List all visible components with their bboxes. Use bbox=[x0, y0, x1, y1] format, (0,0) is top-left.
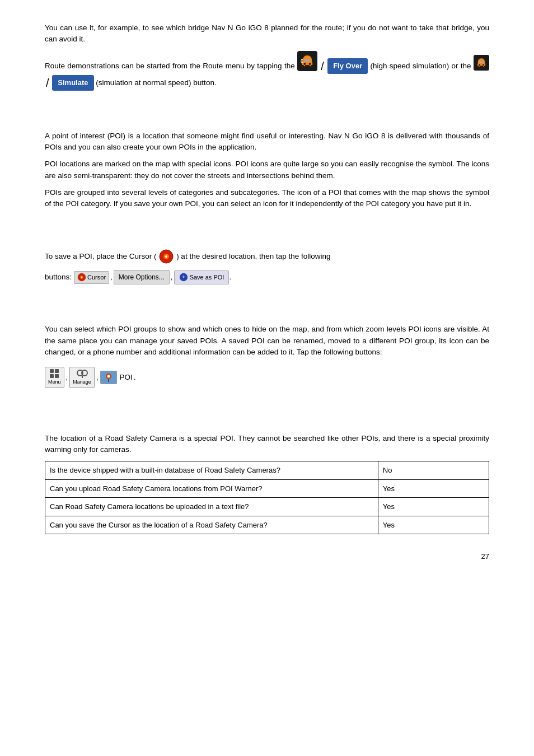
menu-label: Menu bbox=[48, 379, 61, 386]
poi-icon bbox=[104, 372, 114, 382]
route-icon-fast bbox=[297, 51, 317, 71]
poi-buttons-row: buttons: Cursor , More Options... , + bbox=[45, 270, 489, 284]
page-content: You can use it, for example, to see whic… bbox=[45, 22, 489, 562]
comma1: , bbox=[110, 272, 113, 283]
route-icon-normal bbox=[474, 55, 489, 71]
menu-button[interactable]: Menu bbox=[45, 367, 64, 388]
table-cell-question: Can you upload Road Safety Camera locati… bbox=[45, 479, 378, 498]
svg-point-7 bbox=[483, 64, 484, 66]
cursor-btn-icon bbox=[77, 273, 86, 282]
table-row: Can Road Safety Camera locations be uplo… bbox=[45, 498, 489, 516]
table-body: Is the device shipped with a built-in da… bbox=[45, 461, 489, 534]
slash2: / bbox=[46, 77, 49, 89]
comma3: , bbox=[66, 372, 68, 383]
period2: . bbox=[134, 372, 136, 383]
save-poi-label: Save as POI bbox=[190, 273, 224, 282]
period1: . bbox=[229, 272, 231, 283]
simulate-button[interactable]: Simulate bbox=[52, 75, 93, 91]
svg-text:+: + bbox=[182, 275, 185, 281]
spacer2 bbox=[45, 226, 489, 249]
section4-para1: You can select which POI groups to show … bbox=[45, 324, 489, 358]
save-as-poi-button[interactable]: + Save as POI bbox=[174, 270, 229, 284]
svg-rect-2 bbox=[304, 59, 311, 62]
spacer1 bbox=[45, 108, 489, 130]
comma4: , bbox=[96, 372, 99, 383]
cursor-btn-label: Cursor bbox=[87, 273, 106, 282]
svg-point-0 bbox=[303, 63, 306, 65]
table-row: Is the device shipped with a built-in da… bbox=[45, 461, 489, 480]
comma2: , bbox=[171, 272, 173, 283]
svg-rect-8 bbox=[479, 60, 484, 63]
poi-button[interactable] bbox=[100, 371, 117, 384]
section2-para2: POI locations are marked on the map with… bbox=[45, 158, 489, 181]
section-poi-desc: A point of interest (POI) is a location … bbox=[45, 130, 489, 210]
manage-label: Manage bbox=[73, 379, 91, 386]
table-cell-answer: No bbox=[378, 461, 489, 480]
buttons-label: buttons: bbox=[45, 272, 72, 283]
section3-para1-end: ) at the desired location, then tap the … bbox=[176, 252, 330, 260]
section2-para3: POIs are grouped into several levels of … bbox=[45, 187, 489, 210]
svg-point-26 bbox=[107, 375, 110, 377]
menu-buttons-area: Menu , Manage , bbox=[45, 367, 136, 388]
section-road-safety: The location of a Road Safety Camera is … bbox=[45, 433, 489, 535]
svg-point-11 bbox=[165, 255, 167, 258]
cursor-button[interactable]: Cursor bbox=[74, 271, 109, 284]
section1-para2-mid: (high speed simulation) or the bbox=[371, 62, 474, 70]
section1-para2: Route demonstrations can be started from… bbox=[45, 51, 489, 91]
section5-para1: The location of a Road Safety Camera is … bbox=[45, 433, 489, 456]
section3-para1: To save a POI, place the Cursor ( ) at t… bbox=[45, 249, 489, 264]
flyover-button[interactable]: Fly Over bbox=[327, 58, 368, 74]
car-normal-svg bbox=[476, 57, 487, 68]
more-options-button[interactable]: More Options... bbox=[114, 270, 170, 284]
section3-para1-start: To save a POI, place the Cursor ( bbox=[45, 252, 157, 260]
table-row: Can you save the Cursor as the location … bbox=[45, 516, 489, 534]
spacer3 bbox=[45, 301, 489, 324]
manage-button[interactable]: Manage bbox=[69, 367, 95, 388]
section-save-poi: To save a POI, place the Cursor ( ) at t… bbox=[45, 249, 489, 284]
table-cell-answer: Yes bbox=[378, 479, 489, 498]
poi-text: POI bbox=[120, 372, 133, 383]
section1-para2-end: (simulation at normal speed) button. bbox=[96, 78, 216, 87]
car-fast-svg bbox=[300, 54, 315, 68]
svg-point-1 bbox=[308, 63, 311, 65]
section2-para1: A point of interest (POI) is a location … bbox=[45, 130, 489, 153]
svg-point-6 bbox=[479, 64, 480, 66]
svg-point-14 bbox=[81, 277, 82, 278]
svg-rect-19 bbox=[50, 374, 54, 378]
table-cell-question: Can Road Safety Camera locations be uplo… bbox=[45, 498, 378, 516]
section1-para2-start: Route demonstrations can be started from… bbox=[45, 62, 295, 70]
cursor-icon-inline bbox=[158, 249, 174, 264]
section1-para1: You can use it, for example, to see whic… bbox=[45, 22, 489, 45]
road-safety-table: Is the device shipped with a built-in da… bbox=[45, 461, 489, 534]
svg-rect-20 bbox=[55, 374, 59, 378]
save-poi-icon: + bbox=[179, 273, 188, 282]
svg-rect-18 bbox=[55, 369, 59, 373]
svg-rect-17 bbox=[50, 369, 54, 373]
table-cell-question: Can you save the Cursor as the location … bbox=[45, 516, 378, 534]
table-cell-answer: Yes bbox=[378, 498, 489, 516]
table-row: Can you upload Road Safety Camera locati… bbox=[45, 479, 489, 498]
section-poi-manage: You can select which POI groups to show … bbox=[45, 324, 489, 388]
spacer4 bbox=[45, 405, 489, 433]
page-number: 27 bbox=[45, 551, 489, 562]
table-cell-answer: Yes bbox=[378, 516, 489, 534]
manage-icon bbox=[77, 368, 88, 379]
section-route-demo: You can use it, for example, to see whic… bbox=[45, 22, 489, 91]
menu-grid-icon bbox=[49, 368, 59, 379]
slash1: / bbox=[321, 60, 324, 72]
table-cell-question: Is the device shipped with a built-in da… bbox=[45, 461, 378, 480]
